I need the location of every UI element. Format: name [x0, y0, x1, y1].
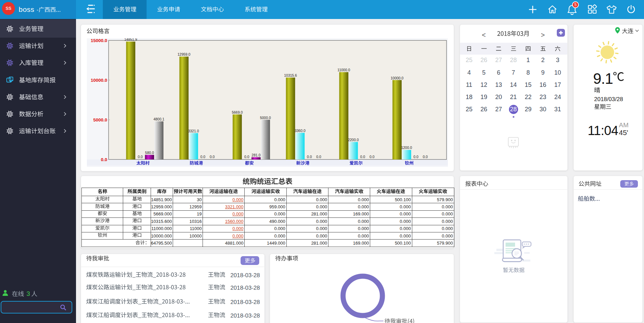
svg-text:2200.0: 2200.0	[348, 138, 359, 142]
svg-text:5000.0: 5000.0	[93, 117, 107, 122]
svg-text:0.0: 0.0	[423, 155, 428, 159]
svg-text:0.0: 0.0	[413, 155, 418, 159]
svg-text:10000.0: 10000.0	[391, 76, 403, 80]
svg-text:4800.1: 4800.1	[153, 117, 164, 121]
svg-text:0.0: 0.0	[370, 155, 375, 159]
svg-text:281.0: 281.0	[252, 153, 261, 157]
svg-text:580.0: 580.0	[145, 151, 154, 155]
svg-text:10000.0: 10000.0	[91, 78, 107, 83]
svg-text:15000.0: 15000.0	[91, 38, 107, 43]
svg-text:0.0: 0.0	[101, 157, 107, 162]
svg-text:3360.0: 3360.0	[295, 129, 305, 133]
svg-text:0.0: 0.0	[138, 155, 143, 159]
svg-text:0.0: 0.0	[316, 155, 321, 159]
svg-text:10315.6: 10315.6	[284, 73, 297, 77]
svg-text:0.0: 0.0	[210, 155, 215, 159]
svg-text:0.0: 0.0	[360, 155, 365, 159]
svg-text:11000.0: 11000.0	[338, 68, 350, 72]
svg-text:5669.0: 5669.0	[232, 110, 243, 114]
svg-text:0.0: 0.0	[307, 155, 312, 159]
svg-text:5000.0: 5000.0	[260, 116, 271, 120]
svg-text:0.0: 0.0	[244, 155, 249, 159]
svg-text:3321.0: 3321.0	[188, 129, 199, 133]
svg-text:0.0: 0.0	[200, 155, 205, 159]
svg-text:12959.0: 12959.0	[177, 52, 190, 56]
svg-text:1200.0: 1200.0	[401, 146, 412, 150]
svg-text:14851.9: 14851.9	[124, 38, 137, 41]
